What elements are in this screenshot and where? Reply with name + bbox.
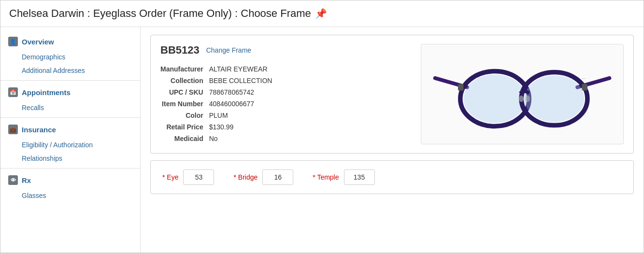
measurements-card: EyeBridgeTemple (150, 160, 634, 194)
detail-value: $130.99 (209, 121, 272, 133)
frame-image-container: ··· (421, 44, 624, 144)
frame-info: BB5123 Change Frame ManufacturerALTAIR E… (160, 44, 409, 144)
sidebar-section-appointments: 📅 Appointments Recalls (0, 84, 140, 114)
svg-point-6 (519, 96, 524, 102)
detail-label: Item Number (160, 98, 209, 110)
sidebar: 👤 Overview Demographics Additional Addre… (0, 27, 141, 253)
measure-input-temple[interactable] (344, 169, 375, 185)
sidebar-header-overview[interactable]: 👤 Overview (0, 33, 140, 50)
svg-point-3 (463, 74, 526, 123)
sidebar-appointments-label: Appointments (22, 88, 71, 97)
glasses-image: ··· (430, 46, 614, 142)
change-frame-link[interactable]: Change Frame (206, 46, 251, 54)
detail-label: UPC / SKU (160, 86, 209, 98)
page-title: Chelsea Darwin : Eyeglass Order (Frame O… (9, 7, 311, 20)
measure-group-temple: Temple (313, 169, 374, 185)
svg-rect-8 (458, 84, 463, 90)
detail-label: Collection (160, 75, 209, 86)
detail-value: 408460006677 (209, 98, 272, 110)
measure-label-eye: Eye (162, 173, 178, 181)
frame-detail-table: ManufacturerALTAIR EYEWEARCollectionBEBE… (160, 63, 272, 144)
detail-value: BEBE COLLECTION (209, 75, 272, 86)
sidebar-header-insurance[interactable]: 💼 Insurance (0, 121, 140, 138)
detail-label: Medicaid (160, 133, 209, 144)
calendar-icon: 📅 (8, 87, 18, 97)
svg-rect-9 (582, 84, 587, 90)
frame-card: BB5123 Change Frame ManufacturerALTAIR E… (150, 35, 634, 154)
content-area: 👤 Overview Demographics Additional Addre… (0, 27, 644, 253)
svg-point-7 (526, 96, 530, 102)
detail-row: MedicaidNo (160, 133, 272, 144)
sidebar-section-overview: 👤 Overview Demographics Additional Addre… (0, 33, 140, 77)
page-title-bar: Chelsea Darwin : Eyeglass Order (Frame O… (0, 0, 644, 27)
frame-id-row: BB5123 Change Frame (160, 44, 409, 56)
detail-label: Color (160, 110, 209, 121)
detail-value: No (209, 133, 272, 144)
sidebar-overview-label: Overview (22, 38, 54, 46)
measure-input-eye[interactable] (183, 169, 214, 185)
briefcase-icon: 💼 (8, 125, 18, 134)
measure-label-bridge: Bridge (233, 173, 258, 181)
sidebar-section-insurance: 💼 Insurance Eligibility / Authorization … (0, 121, 140, 165)
sidebar-header-appointments[interactable]: 📅 Appointments (0, 84, 140, 101)
frame-id: BB5123 (160, 44, 200, 56)
sidebar-header-rx[interactable]: 👁 Rx (0, 171, 140, 189)
divider-2 (0, 117, 140, 118)
detail-row: Item Number408460006677 (160, 98, 272, 110)
main-content: BB5123 Change Frame ManufacturerALTAIR E… (141, 27, 644, 253)
measure-group-bridge: Bridge (233, 169, 293, 185)
detail-row: CollectionBEBE COLLECTION (160, 75, 272, 86)
detail-row: Retail Price$130.99 (160, 121, 272, 133)
detail-value: ALTAIR EYEWEAR (209, 63, 272, 75)
sidebar-item-glasses[interactable]: Glasses (0, 189, 140, 202)
detail-label: Retail Price (160, 121, 209, 133)
svg-point-5 (525, 75, 585, 122)
sidebar-item-additional-addresses[interactable]: Additional Addresses (0, 64, 140, 77)
sidebar-item-demographics[interactable]: Demographics (0, 50, 140, 64)
sidebar-insurance-label: Insurance (22, 126, 56, 134)
sidebar-item-eligibility[interactable]: Eligibility / Authorization (0, 138, 140, 152)
sidebar-item-relationships[interactable]: Relationships (0, 152, 140, 165)
eye-icon: 👁 (8, 175, 18, 185)
divider-3 (0, 168, 140, 169)
detail-row: UPC / SKU788678065742 (160, 86, 272, 98)
page-wrapper: Chelsea Darwin : Eyeglass Order (Frame O… (0, 0, 644, 253)
measure-label-temple: Temple (313, 173, 339, 181)
detail-label: Manufacturer (160, 63, 209, 75)
measure-group-eye: Eye (162, 169, 214, 185)
detail-value: 788678065742 (209, 86, 272, 98)
person-icon: 👤 (8, 37, 18, 46)
divider-1 (0, 80, 140, 81)
sidebar-section-rx: 👁 Rx Glasses (0, 171, 140, 202)
detail-row: ManufacturerALTAIR EYEWEAR (160, 63, 272, 75)
detail-value: PLUM (209, 110, 272, 121)
sidebar-rx-label: Rx (22, 176, 31, 184)
detail-row: ColorPLUM (160, 110, 272, 121)
svg-text:···: ··· (582, 75, 586, 81)
measure-input-bridge[interactable] (262, 169, 293, 185)
pin-icon[interactable]: 📌 (315, 8, 327, 19)
sidebar-item-recalls[interactable]: Recalls (0, 101, 140, 114)
